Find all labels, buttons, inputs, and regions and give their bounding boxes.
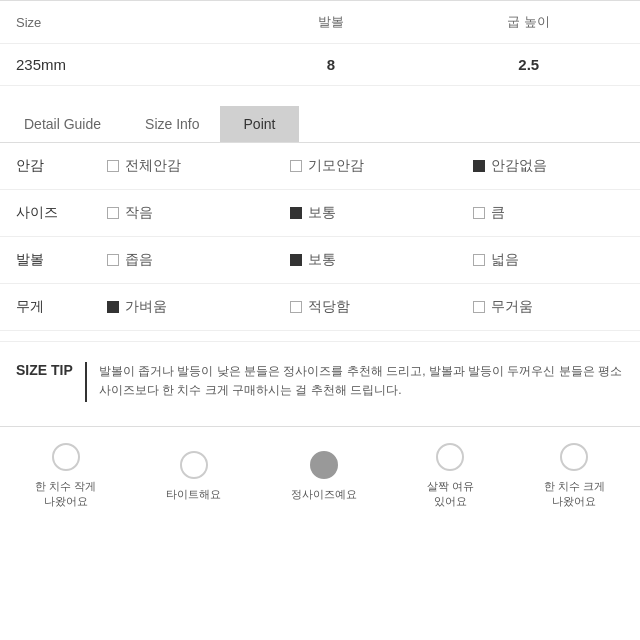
option-cell: 전체안감 (91, 143, 274, 190)
option-label: 큼 (491, 204, 505, 222)
option-label: 무거움 (491, 298, 533, 316)
category-cell: 발볼 (0, 237, 91, 284)
option-cell: 안감없음 (457, 143, 640, 190)
option-cell: 보통 (274, 237, 457, 284)
rating-label: 살짝 여유 있어요 (427, 479, 474, 509)
table-row: 무게가벼움적당함무거움 (0, 284, 640, 331)
rating-option[interactable]: 살짝 여유 있어요 (427, 443, 474, 509)
tab-bar: Detail Guide Size Info Point (0, 106, 640, 143)
rating-options: 한 치수 작게 나왔어요타이트해요정사이즈예요살짝 여유 있어요한 치수 크게 … (0, 443, 640, 509)
option-cell: 적당함 (274, 284, 457, 331)
rating-option[interactable]: 타이트해요 (166, 451, 221, 502)
option-label: 작음 (125, 204, 153, 222)
tab-size-info[interactable]: Size Info (121, 106, 223, 142)
option-cell: 무거움 (457, 284, 640, 331)
checkbox-empty (290, 301, 302, 313)
category-cell: 무게 (0, 284, 91, 331)
option-cell: 기모안감 (274, 143, 457, 190)
option-label: 안감없음 (491, 157, 547, 175)
checkbox-filled (107, 301, 119, 313)
option-label: 보통 (308, 251, 336, 269)
size-table: Size 발볼 굽 높이 235mm 8 2.5 (0, 0, 640, 86)
size-value: 235mm (0, 44, 245, 86)
checkbox-filled (290, 254, 302, 266)
option-cell: 가벼움 (91, 284, 274, 331)
rating-circle (436, 443, 464, 471)
option-label: 기모안감 (308, 157, 364, 175)
rating-label: 정사이즈예요 (291, 487, 357, 502)
width-header: 발볼 (245, 1, 418, 44)
point-table: 안감전체안감기모안감안감없음사이즈작음보통큼발볼좁음보통넓음무게가벼움적당함무거… (0, 143, 640, 331)
size-tip-text: 발볼이 좁거나 발등이 낮은 분들은 정사이즈를 추천해 드리고, 발볼과 발등… (99, 362, 624, 400)
option-cell: 넓음 (457, 237, 640, 284)
tabs-section: Detail Guide Size Info Point 안감전체안감기모안감안… (0, 106, 640, 331)
table-row: 사이즈작음보통큼 (0, 190, 640, 237)
table-row: 안감전체안감기모안감안감없음 (0, 143, 640, 190)
heel-header: 굽 높이 (417, 1, 640, 44)
size-tip-divider (85, 362, 87, 402)
table-row: 발볼좁음보통넓음 (0, 237, 640, 284)
rating-section: 한 치수 작게 나왔어요타이트해요정사이즈예요살짝 여유 있어요한 치수 크게 … (0, 426, 640, 521)
checkbox-empty (473, 207, 485, 219)
width-value: 8 (245, 44, 418, 86)
option-label: 좁음 (125, 251, 153, 269)
category-cell: 사이즈 (0, 190, 91, 237)
checkbox-filled (473, 160, 485, 172)
option-label: 전체안감 (125, 157, 181, 175)
checkbox-empty (473, 254, 485, 266)
option-label: 적당함 (308, 298, 350, 316)
rating-option[interactable]: 한 치수 작게 나왔어요 (35, 443, 96, 509)
size-tip-section: SIZE TIP 발볼이 좁거나 발등이 낮은 분들은 정사이즈를 추천해 드리… (0, 341, 640, 422)
checkbox-empty (107, 254, 119, 266)
tab-point[interactable]: Point (220, 106, 300, 142)
rating-circle (560, 443, 588, 471)
option-cell: 좁음 (91, 237, 274, 284)
checkbox-empty (473, 301, 485, 313)
option-cell: 큼 (457, 190, 640, 237)
rating-label: 한 치수 작게 나왔어요 (35, 479, 96, 509)
checkbox-empty (290, 160, 302, 172)
option-cell: 보통 (274, 190, 457, 237)
checkbox-empty (107, 207, 119, 219)
heel-value: 2.5 (417, 44, 640, 86)
rating-circle-active (310, 451, 338, 479)
size-tip-label: SIZE TIP (16, 362, 73, 378)
option-label: 보통 (308, 204, 336, 222)
rating-circle (180, 451, 208, 479)
option-label: 가벼움 (125, 298, 167, 316)
rating-option[interactable]: 정사이즈예요 (291, 451, 357, 502)
rating-circle (52, 443, 80, 471)
checkbox-empty (107, 160, 119, 172)
category-cell: 안감 (0, 143, 91, 190)
tab-detail-guide[interactable]: Detail Guide (0, 106, 125, 142)
option-label: 넓음 (491, 251, 519, 269)
option-cell: 작음 (91, 190, 274, 237)
checkbox-filled (290, 207, 302, 219)
size-header: Size (0, 1, 245, 44)
rating-option[interactable]: 한 치수 크게 나왔어요 (544, 443, 605, 509)
rating-label: 한 치수 크게 나왔어요 (544, 479, 605, 509)
rating-label: 타이트해요 (166, 487, 221, 502)
